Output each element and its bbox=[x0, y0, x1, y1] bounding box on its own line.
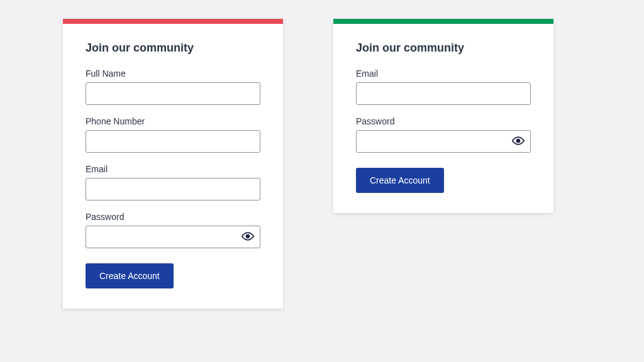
card-title: Join our community bbox=[356, 41, 531, 55]
email-label: Email bbox=[86, 164, 260, 174]
email-input[interactable] bbox=[86, 178, 260, 200]
signup-card-short: Join our community Email Password C bbox=[333, 19, 553, 213]
signup-card-full: Join our community Full Name Phone Numbe… bbox=[63, 19, 283, 309]
card-title: Join our community bbox=[86, 41, 260, 55]
field-full-name: Full Name bbox=[86, 69, 260, 105]
field-password: Password bbox=[86, 212, 260, 248]
field-email: Email bbox=[86, 164, 260, 200]
email-label: Email bbox=[356, 69, 531, 79]
eye-icon bbox=[512, 134, 525, 149]
password-input-wrap bbox=[356, 130, 531, 153]
svg-point-0 bbox=[247, 234, 250, 238]
field-email: Email bbox=[356, 69, 531, 105]
accent-bar bbox=[333, 19, 553, 24]
full-name-label: Full Name bbox=[86, 69, 260, 79]
password-label: Password bbox=[86, 212, 260, 222]
phone-label: Phone Number bbox=[86, 116, 260, 126]
password-input-wrap bbox=[86, 226, 260, 248]
phone-input[interactable] bbox=[86, 130, 260, 153]
create-account-button[interactable]: Create Account bbox=[86, 263, 174, 288]
field-password: Password bbox=[356, 116, 531, 153]
card-body: Join our community Full Name Phone Numbe… bbox=[63, 24, 283, 309]
password-input[interactable] bbox=[86, 226, 260, 248]
accent-bar bbox=[63, 19, 283, 24]
full-name-input[interactable] bbox=[86, 82, 260, 105]
password-input[interactable] bbox=[356, 130, 531, 153]
card-body: Join our community Email Password C bbox=[333, 24, 553, 213]
field-phone: Phone Number bbox=[86, 116, 260, 153]
svg-point-1 bbox=[517, 139, 520, 142]
create-account-button[interactable]: Create Account bbox=[356, 168, 444, 193]
password-label: Password bbox=[356, 116, 531, 126]
email-input[interactable] bbox=[356, 82, 531, 105]
toggle-password-visibility[interactable] bbox=[511, 134, 526, 149]
eye-icon bbox=[242, 230, 254, 244]
toggle-password-visibility[interactable] bbox=[240, 229, 255, 244]
